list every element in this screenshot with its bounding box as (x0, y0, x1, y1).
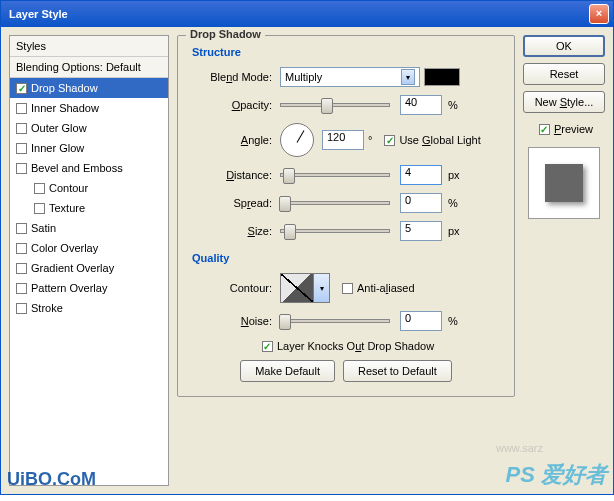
checkbox-icon[interactable] (16, 83, 27, 94)
blending-options[interactable]: Blending Options: Default (10, 57, 168, 78)
checkbox-icon[interactable] (16, 123, 27, 134)
window-title: Layer Style (5, 8, 68, 20)
style-label: Gradient Overlay (31, 262, 114, 274)
global-light-label: Use Global Light (399, 134, 480, 146)
contour-swatch[interactable] (280, 273, 314, 303)
anti-aliased-label: Anti-aliased (357, 282, 415, 294)
style-label: Satin (31, 222, 56, 234)
titlebar[interactable]: Layer Style × (1, 1, 613, 27)
style-label: Outer Glow (31, 122, 87, 134)
opacity-input[interactable]: 40 (400, 95, 442, 115)
size-label: Size: (200, 225, 272, 237)
blend-mode-value: Multiply (285, 71, 322, 83)
contour-label: Contour: (200, 282, 272, 294)
checkbox-icon[interactable] (16, 263, 27, 274)
size-input[interactable]: 5 (400, 221, 442, 241)
group-title: Drop Shadow (186, 28, 265, 40)
size-unit: px (448, 225, 460, 237)
reset-button[interactable]: Reset (523, 63, 605, 85)
anti-aliased-checkbox[interactable] (342, 283, 353, 294)
style-label: Color Overlay (31, 242, 98, 254)
checkbox-icon[interactable] (16, 103, 27, 114)
distance-input[interactable]: 4 (400, 165, 442, 185)
noise-input[interactable]: 0 (400, 311, 442, 331)
distance-unit: px (448, 169, 460, 181)
style-inner-shadow[interactable]: Inner Shadow (10, 98, 168, 118)
checkbox-icon[interactable] (16, 163, 27, 174)
knockout-checkbox[interactable] (262, 341, 273, 352)
checkbox-icon[interactable] (16, 223, 27, 234)
angle-input[interactable]: 120 (322, 130, 364, 150)
close-icon[interactable]: × (589, 4, 609, 24)
reset-default-button[interactable]: Reset to Default (343, 360, 452, 382)
angle-unit: ° (368, 134, 372, 146)
style-label: Inner Shadow (31, 102, 99, 114)
spread-label: Spread: (200, 197, 272, 209)
shadow-color-swatch[interactable] (424, 68, 460, 86)
spread-slider[interactable] (280, 201, 390, 205)
blend-mode-label: Blend Mode: (200, 71, 272, 83)
checkbox-icon[interactable] (34, 183, 45, 194)
style-drop-shadow[interactable]: Drop Shadow (10, 78, 168, 98)
preview-label: Preview (554, 123, 593, 135)
style-label: Texture (49, 202, 85, 214)
noise-slider[interactable] (280, 319, 390, 323)
quality-title: Quality (192, 252, 500, 264)
style-label: Bevel and Emboss (31, 162, 123, 174)
distance-label: Distance: (200, 169, 272, 181)
opacity-slider[interactable] (280, 103, 390, 107)
checkbox-icon[interactable] (34, 203, 45, 214)
style-label: Drop Shadow (31, 82, 98, 94)
styles-panel: Styles Blending Options: Default Drop Sh… (9, 35, 169, 486)
contour-dropdown-icon[interactable]: ▾ (314, 273, 330, 303)
noise-unit: % (448, 315, 458, 327)
spread-input[interactable]: 0 (400, 193, 442, 213)
structure-title: Structure (192, 46, 500, 58)
checkbox-icon[interactable] (16, 303, 27, 314)
angle-dial[interactable] (280, 123, 314, 157)
checkbox-icon[interactable] (16, 283, 27, 294)
global-light-checkbox[interactable] (384, 135, 395, 146)
new-style-button[interactable]: New Style... (523, 91, 605, 113)
style-label: Inner Glow (31, 142, 84, 154)
style-satin[interactable]: Satin (10, 218, 168, 238)
chevron-down-icon[interactable]: ▾ (401, 69, 415, 85)
style-texture[interactable]: Texture (10, 198, 168, 218)
style-stroke[interactable]: Stroke (10, 298, 168, 318)
style-inner-glow[interactable]: Inner Glow (10, 138, 168, 158)
style-color-overlay[interactable]: Color Overlay (10, 238, 168, 258)
angle-label: Angle: (200, 134, 272, 146)
spread-unit: % (448, 197, 458, 209)
blend-mode-select[interactable]: Multiply ▾ (280, 67, 420, 87)
style-label: Stroke (31, 302, 63, 314)
preview-inner (545, 164, 583, 202)
make-default-button[interactable]: Make Default (240, 360, 335, 382)
preview-swatch (528, 147, 600, 219)
style-label: Pattern Overlay (31, 282, 107, 294)
styles-header[interactable]: Styles (10, 36, 168, 57)
style-outer-glow[interactable]: Outer Glow (10, 118, 168, 138)
noise-label: Noise: (200, 315, 272, 327)
preview-checkbox[interactable] (539, 124, 550, 135)
drop-shadow-group: Drop Shadow Structure Blend Mode: Multip… (177, 35, 515, 397)
style-pattern-overlay[interactable]: Pattern Overlay (10, 278, 168, 298)
style-bevel-emboss[interactable]: Bevel and Emboss (10, 158, 168, 178)
checkbox-icon[interactable] (16, 243, 27, 254)
ok-button[interactable]: OK (523, 35, 605, 57)
checkbox-icon[interactable] (16, 143, 27, 154)
distance-slider[interactable] (280, 173, 390, 177)
style-gradient-overlay[interactable]: Gradient Overlay (10, 258, 168, 278)
style-label: Contour (49, 182, 88, 194)
opacity-label: Opacity: (200, 99, 272, 111)
style-contour[interactable]: Contour (10, 178, 168, 198)
opacity-unit: % (448, 99, 458, 111)
knockout-label: Layer Knocks Out Drop Shadow (277, 340, 434, 352)
size-slider[interactable] (280, 229, 390, 233)
